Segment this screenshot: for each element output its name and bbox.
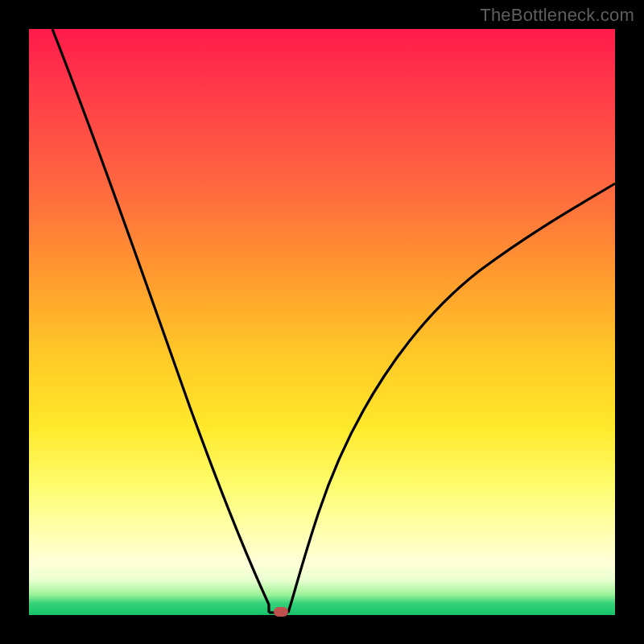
optimum-marker <box>274 607 288 617</box>
plot-area <box>29 29 615 615</box>
curve-left-branch <box>52 29 269 613</box>
curve-right-branch <box>288 184 615 613</box>
watermark-label: TheBottleneck.com <box>480 5 634 26</box>
bottleneck-curve <box>29 29 615 615</box>
chart-frame: TheBottleneck.com <box>0 0 644 644</box>
